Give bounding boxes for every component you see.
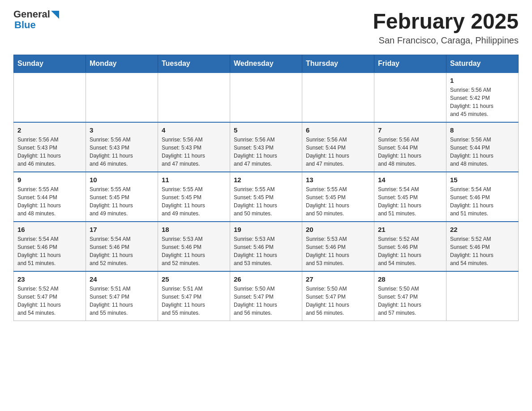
day-number: 21	[378, 226, 442, 233]
calendar-cell: 18Sunrise: 5:53 AM Sunset: 5:46 PM Dayli…	[158, 222, 230, 271]
calendar-cell: 17Sunrise: 5:54 AM Sunset: 5:46 PM Dayli…	[86, 222, 158, 271]
day-number: 24	[90, 275, 154, 283]
calendar-cell: 28Sunrise: 5:50 AM Sunset: 5:47 PM Dayli…	[374, 271, 446, 321]
day-number: 9	[17, 176, 82, 184]
calendar-cell: 5Sunrise: 5:56 AM Sunset: 5:43 PM Daylig…	[230, 122, 302, 172]
day-number: 18	[162, 226, 226, 233]
calendar-cell: 10Sunrise: 5:55 AM Sunset: 5:45 PM Dayli…	[86, 172, 158, 222]
day-info: Sunrise: 5:50 AM Sunset: 5:47 PM Dayligh…	[306, 285, 370, 317]
calendar-cell: 7Sunrise: 5:56 AM Sunset: 5:44 PM Daylig…	[374, 122, 446, 172]
day-number: 16	[17, 226, 82, 233]
svg-marker-0	[51, 11, 59, 19]
weekday-header: Monday	[86, 55, 158, 73]
calendar-table: SundayMondayTuesdayWednesdayThursdayFrid…	[13, 55, 519, 321]
day-info: Sunrise: 5:56 AM Sunset: 5:43 PM Dayligh…	[17, 136, 82, 168]
page-header: General Blue February 2025 San Francisco…	[13, 9, 519, 46]
week-row: 9Sunrise: 5:55 AM Sunset: 5:44 PM Daylig…	[14, 172, 519, 222]
calendar-cell: 6Sunrise: 5:56 AM Sunset: 5:44 PM Daylig…	[302, 122, 374, 172]
calendar-cell: 12Sunrise: 5:55 AM Sunset: 5:45 PM Dayli…	[230, 172, 302, 222]
day-info: Sunrise: 5:54 AM Sunset: 5:45 PM Dayligh…	[378, 185, 442, 218]
day-info: Sunrise: 5:50 AM Sunset: 5:47 PM Dayligh…	[378, 285, 442, 317]
day-number: 26	[234, 275, 298, 283]
day-info: Sunrise: 5:50 AM Sunset: 5:47 PM Dayligh…	[234, 285, 298, 317]
calendar-cell: 1Sunrise: 5:56 AM Sunset: 5:42 PM Daylig…	[446, 73, 519, 122]
week-row: 2Sunrise: 5:56 AM Sunset: 5:43 PM Daylig…	[14, 122, 519, 172]
day-number: 22	[450, 226, 515, 233]
calendar-cell	[14, 73, 86, 122]
calendar-cell	[302, 73, 374, 122]
location-subtitle: San Francisco, Caraga, Philippines	[373, 35, 519, 46]
day-info: Sunrise: 5:52 AM Sunset: 5:46 PM Dayligh…	[378, 235, 442, 267]
week-row: 1Sunrise: 5:56 AM Sunset: 5:42 PM Daylig…	[14, 73, 519, 122]
logo-blue: Blue	[14, 20, 59, 30]
calendar-cell: 11Sunrise: 5:55 AM Sunset: 5:45 PM Dayli…	[158, 172, 230, 222]
calendar-cell: 16Sunrise: 5:54 AM Sunset: 5:46 PM Dayli…	[14, 222, 86, 271]
day-number: 5	[234, 126, 298, 134]
day-info: Sunrise: 5:51 AM Sunset: 5:47 PM Dayligh…	[90, 285, 154, 317]
day-number: 12	[234, 176, 298, 184]
day-info: Sunrise: 5:55 AM Sunset: 5:45 PM Dayligh…	[234, 185, 298, 218]
calendar-cell: 14Sunrise: 5:54 AM Sunset: 5:45 PM Dayli…	[374, 172, 446, 222]
day-number: 25	[162, 275, 226, 283]
day-info: Sunrise: 5:54 AM Sunset: 5:46 PM Dayligh…	[450, 185, 515, 218]
calendar-cell: 9Sunrise: 5:55 AM Sunset: 5:44 PM Daylig…	[14, 172, 86, 222]
day-info: Sunrise: 5:56 AM Sunset: 5:42 PM Dayligh…	[450, 86, 515, 118]
calendar-cell	[374, 73, 446, 122]
calendar-cell: 24Sunrise: 5:51 AM Sunset: 5:47 PM Dayli…	[86, 271, 158, 321]
day-number: 28	[378, 275, 442, 283]
day-info: Sunrise: 5:52 AM Sunset: 5:46 PM Dayligh…	[450, 235, 515, 267]
day-number: 14	[378, 176, 442, 184]
day-number: 10	[90, 176, 154, 184]
day-info: Sunrise: 5:55 AM Sunset: 5:44 PM Dayligh…	[17, 185, 82, 218]
day-number: 20	[306, 226, 370, 233]
day-info: Sunrise: 5:54 AM Sunset: 5:46 PM Dayligh…	[90, 235, 154, 267]
calendar-cell: 13Sunrise: 5:55 AM Sunset: 5:45 PM Dayli…	[302, 172, 374, 222]
calendar-cell: 8Sunrise: 5:56 AM Sunset: 5:44 PM Daylig…	[446, 122, 519, 172]
calendar-cell: 3Sunrise: 5:56 AM Sunset: 5:43 PM Daylig…	[86, 122, 158, 172]
calendar-cell: 4Sunrise: 5:56 AM Sunset: 5:43 PM Daylig…	[158, 122, 230, 172]
calendar-cell: 27Sunrise: 5:50 AM Sunset: 5:47 PM Dayli…	[302, 271, 374, 321]
day-number: 15	[450, 176, 515, 184]
day-info: Sunrise: 5:53 AM Sunset: 5:46 PM Dayligh…	[162, 235, 226, 267]
day-info: Sunrise: 5:51 AM Sunset: 5:47 PM Dayligh…	[162, 285, 226, 317]
calendar-cell	[158, 73, 230, 122]
calendar-cell: 2Sunrise: 5:56 AM Sunset: 5:43 PM Daylig…	[14, 122, 86, 172]
day-number: 3	[90, 126, 154, 134]
day-number: 13	[306, 176, 370, 184]
weekday-header: Friday	[374, 55, 446, 73]
day-number: 2	[17, 126, 82, 134]
day-info: Sunrise: 5:55 AM Sunset: 5:45 PM Dayligh…	[162, 185, 226, 218]
logo-general: General	[13, 9, 50, 20]
day-info: Sunrise: 5:55 AM Sunset: 5:45 PM Dayligh…	[90, 185, 154, 218]
day-info: Sunrise: 5:52 AM Sunset: 5:47 PM Dayligh…	[17, 285, 82, 317]
weekday-header: Thursday	[302, 55, 374, 73]
day-info: Sunrise: 5:55 AM Sunset: 5:45 PM Dayligh…	[306, 185, 370, 218]
calendar-cell	[446, 271, 519, 321]
calendar-cell: 23Sunrise: 5:52 AM Sunset: 5:47 PM Dayli…	[14, 271, 86, 321]
title-area: February 2025 San Francisco, Caraga, Phi…	[373, 9, 519, 46]
day-info: Sunrise: 5:53 AM Sunset: 5:46 PM Dayligh…	[306, 235, 370, 267]
calendar-cell: 26Sunrise: 5:50 AM Sunset: 5:47 PM Dayli…	[230, 271, 302, 321]
calendar-cell: 20Sunrise: 5:53 AM Sunset: 5:46 PM Dayli…	[302, 222, 374, 271]
day-info: Sunrise: 5:56 AM Sunset: 5:44 PM Dayligh…	[378, 136, 442, 168]
day-info: Sunrise: 5:56 AM Sunset: 5:44 PM Dayligh…	[450, 136, 515, 168]
weekday-header: Saturday	[446, 55, 519, 73]
week-row: 16Sunrise: 5:54 AM Sunset: 5:46 PM Dayli…	[14, 222, 519, 271]
calendar-cell: 21Sunrise: 5:52 AM Sunset: 5:46 PM Dayli…	[374, 222, 446, 271]
day-info: Sunrise: 5:54 AM Sunset: 5:46 PM Dayligh…	[17, 235, 82, 267]
calendar-cell: 22Sunrise: 5:52 AM Sunset: 5:46 PM Dayli…	[446, 222, 519, 271]
day-number: 4	[162, 126, 226, 134]
day-number: 27	[306, 275, 370, 283]
day-info: Sunrise: 5:53 AM Sunset: 5:46 PM Dayligh…	[234, 235, 298, 267]
day-info: Sunrise: 5:56 AM Sunset: 5:43 PM Dayligh…	[90, 136, 154, 168]
day-info: Sunrise: 5:56 AM Sunset: 5:44 PM Dayligh…	[306, 136, 370, 168]
day-info: Sunrise: 5:56 AM Sunset: 5:43 PM Dayligh…	[234, 136, 298, 168]
day-number: 23	[17, 275, 82, 283]
day-number: 1	[450, 77, 515, 84]
logo: General Blue	[13, 9, 59, 30]
weekday-header-row: SundayMondayTuesdayWednesdayThursdayFrid…	[14, 55, 519, 73]
calendar-cell: 25Sunrise: 5:51 AM Sunset: 5:47 PM Dayli…	[158, 271, 230, 321]
calendar-cell	[86, 73, 158, 122]
day-number: 7	[378, 126, 442, 134]
day-info: Sunrise: 5:56 AM Sunset: 5:43 PM Dayligh…	[162, 136, 226, 168]
